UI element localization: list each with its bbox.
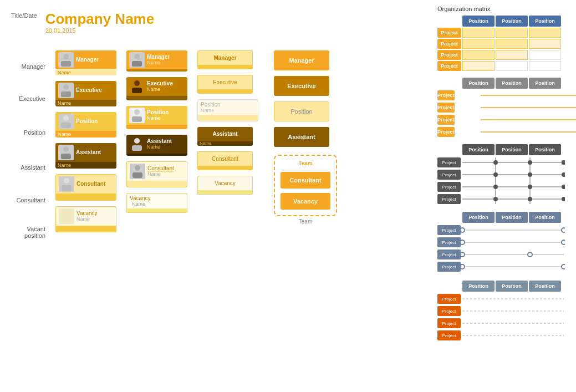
manager-label-3: Manager	[213, 55, 236, 61]
assistant-card-2[interactable]: Assistant Name	[126, 135, 187, 156]
vacancy-card-2[interactable]: Vacancy Name	[126, 193, 187, 213]
manager-card-4[interactable]: Manager	[274, 50, 329, 70]
position-name-2: Name	[147, 115, 169, 121]
executive-card-2[interactable]: Executive Name	[126, 77, 187, 100]
matrix-cell	[462, 61, 495, 71]
svg-point-67	[460, 240, 465, 245]
team-label-bottom: Team	[274, 218, 337, 225]
svg-point-65	[562, 228, 565, 232]
assistant-card-1[interactable]: Assistant Name	[55, 143, 116, 169]
svg-point-47	[562, 172, 565, 177]
matrix-header-position-1a: Position	[462, 16, 495, 27]
position-card-1[interactable]: Position Name	[55, 112, 116, 138]
executive-card-1[interactable]: Executive Name	[55, 81, 116, 106]
matrix-header-position-5c: Position	[529, 281, 561, 292]
assistant-card-4[interactable]: Assistant	[274, 127, 329, 147]
matrix-section-1: Position Position Position Project Proje…	[437, 16, 570, 71]
dot-matrix-svg: Project Project Project Project	[437, 156, 565, 205]
matrix-header-position-4b: Position	[496, 212, 528, 223]
svg-point-12	[134, 80, 140, 86]
svg-point-49	[528, 185, 532, 189]
consultant-card-4[interactable]: Consultant	[281, 172, 330, 189]
position-card-2[interactable]: Position Name	[126, 106, 187, 129]
svg-text:Project: Project	[442, 252, 457, 257]
position-card-4[interactable]: Position	[274, 101, 329, 121]
svg-text:Project: Project	[442, 264, 457, 269]
manager-card-3[interactable]: Manager	[197, 50, 253, 69]
executive-card-4[interactable]: Executive	[274, 76, 329, 96]
executive-name-1: Name	[58, 100, 71, 106]
assistant-name-2: Name	[147, 144, 172, 150]
svg-rect-9	[62, 185, 72, 191]
executive-label-4: Executive	[287, 83, 315, 89]
title-date-label: Title/Date	[11, 12, 37, 19]
svg-point-51	[493, 197, 498, 201]
matrix-section-2: Position Position Position Project Proje…	[437, 78, 570, 138]
assistant-name-1: Name	[58, 162, 71, 168]
manager-card-2[interactable]: Manager Name	[126, 50, 187, 72]
svg-text:Project: Project	[442, 240, 457, 245]
matrix-cell	[529, 39, 561, 49]
svg-point-70	[460, 252, 465, 257]
project-label-2-3: Project	[437, 115, 455, 125]
consultant-card-1[interactable]: Consultant	[55, 174, 116, 201]
header: Title/Date Company Name 20.01.2015	[11, 11, 426, 34]
svg-point-43	[528, 160, 532, 165]
executive-label-2: Executive	[147, 80, 173, 86]
matrix-cell	[529, 28, 561, 38]
main-container: Title/Date Company Name 20.01.2015 Manag…	[0, 0, 576, 392]
matrix-cell	[462, 50, 495, 60]
consultant-card-2[interactable]: Consultant Name	[126, 161, 187, 187]
svg-text:Project: Project	[442, 333, 457, 338]
position-label-4: Position	[290, 108, 312, 115]
matrix-header-position-2c: Position	[529, 78, 561, 89]
assistant-label-3: Assistant	[212, 131, 237, 137]
project-label-1-1: Project	[437, 28, 461, 38]
company-date: 20.01.2015	[45, 27, 155, 34]
svg-text:Project: Project	[442, 160, 457, 165]
assistant-row-label: Assistant	[7, 164, 45, 171]
matrix-header-position-4c: Position	[529, 212, 561, 223]
vacancy-card-1[interactable]: Vacancy Name	[55, 206, 116, 232]
dashed-matrix-svg: Project Project Project Project	[437, 293, 565, 342]
project-label-1-3: Project	[437, 50, 461, 60]
project-label-2-2: Project	[437, 103, 455, 113]
matrix-cell	[462, 28, 495, 38]
vacancy-card-3[interactable]: Vacancy	[197, 176, 253, 195]
matrix-header-position-4a: Position	[462, 212, 495, 223]
matrix-section-4: Position Position Position Project Proje…	[437, 212, 570, 274]
executive-card-3[interactable]: Executive	[197, 75, 253, 94]
project-label-2-1: Project	[437, 90, 455, 100]
team-container: Team Consultant Vacancy	[274, 155, 337, 216]
position-label-1: Position	[76, 118, 98, 124]
svg-point-10	[134, 54, 140, 59]
matrix-row-1-3: Project	[437, 50, 570, 60]
svg-text:Project: Project	[442, 297, 457, 302]
position-card-3[interactable]: Position Name	[197, 99, 258, 121]
company-info: Company Name 20.01.2015	[45, 11, 155, 34]
assistant-card-3[interactable]: Assistant Name	[197, 127, 253, 146]
arrow-row-label-wrapper-1: Project	[462, 90, 570, 101]
svg-point-14	[134, 109, 140, 115]
vacancy-label-3: Vacancy	[215, 180, 236, 186]
svg-rect-19	[132, 172, 142, 178]
position-label-2: Position	[147, 109, 169, 115]
consultant-card-3[interactable]: Consultant	[197, 151, 253, 170]
circle-matrix-svg: Project Project Project Project	[437, 224, 565, 273]
executive-label-3: Executive	[213, 79, 237, 85]
matrix-header-position-3c: Position	[529, 144, 561, 155]
matrix-cell	[529, 50, 561, 60]
dot-grid: Project Project Project Project	[437, 156, 570, 205]
svg-point-8	[64, 178, 69, 184]
matrix-header-position-2a: Position	[462, 78, 495, 89]
vacancy-card-4[interactable]: Vacancy	[281, 193, 330, 210]
svg-point-73	[460, 264, 465, 269]
matrix-cell	[496, 61, 528, 71]
matrix-header-position-5b: Position	[496, 281, 528, 292]
consultant-row-label: Consultant	[7, 197, 45, 203]
project-label-1-2: Project	[437, 39, 461, 49]
matrix-header-position-2b: Position	[496, 78, 528, 89]
arrow-row-label-wrapper-2: Project	[462, 102, 570, 113]
project-label-1-4: Project	[437, 61, 461, 71]
manager-card-1[interactable]: Manager Name	[55, 50, 116, 75]
